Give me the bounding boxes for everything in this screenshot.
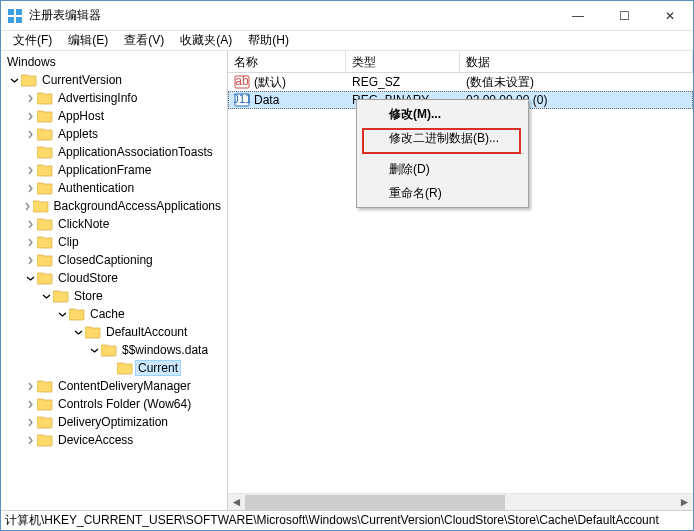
chevron-right-icon[interactable]	[103, 361, 117, 375]
tree-node-label: AppHost	[56, 109, 106, 123]
tree-node[interactable]: DeviceAccess	[1, 431, 227, 449]
cell-name: ab(默认)	[228, 74, 346, 91]
tree-node-label: ContentDeliveryManager	[56, 379, 193, 393]
folder-icon	[37, 109, 53, 123]
chevron-right-icon[interactable]	[23, 253, 37, 267]
menu-help[interactable]: 帮助(H)	[240, 30, 297, 51]
folder-icon	[117, 361, 133, 375]
scroll-left-icon[interactable]: ◄	[228, 494, 245, 511]
chevron-down-icon[interactable]	[7, 73, 21, 87]
tree-node-label: DefaultAccount	[104, 325, 189, 339]
chevron-right-icon[interactable]	[23, 127, 37, 141]
tree-node-label: ClosedCaptioning	[56, 253, 155, 267]
tree-node[interactable]: Authentication	[1, 179, 227, 197]
tree-node-label: Controls Folder (Wow64)	[56, 397, 193, 411]
scroll-right-icon[interactable]: ►	[676, 494, 693, 511]
menu-file[interactable]: 文件(F)	[5, 30, 60, 51]
list-hscrollbar[interactable]: ◄ ►	[228, 493, 693, 510]
tree-pane[interactable]: Windows CurrentVersionAdvertisingInfoApp…	[1, 51, 228, 510]
tree-root-header: Windows	[1, 53, 227, 71]
minimize-button[interactable]: —	[555, 1, 601, 30]
col-header-type[interactable]: 类型	[346, 51, 460, 72]
tree-node[interactable]: Clip	[1, 233, 227, 251]
tree-node[interactable]: $$windows.data	[1, 341, 227, 359]
tree-node[interactable]: Current	[1, 359, 227, 377]
chevron-right-icon[interactable]	[23, 199, 33, 213]
col-header-name[interactable]: 名称	[228, 51, 346, 72]
tree-node[interactable]: AdvertisingInfo	[1, 89, 227, 107]
main-area: Windows CurrentVersionAdvertisingInfoApp…	[1, 51, 693, 510]
tree-node-label: Clip	[56, 235, 81, 249]
binary-value-icon: 011	[234, 92, 250, 108]
tree-node[interactable]: CurrentVersion	[1, 71, 227, 89]
chevron-right-icon[interactable]	[23, 163, 37, 177]
ctx-delete[interactable]: 删除(D)	[359, 157, 526, 181]
tree-node[interactable]: Applets	[1, 125, 227, 143]
tree-node-label: BackgroundAccessApplications	[52, 199, 223, 213]
ctx-modify[interactable]: 修改(M)...	[359, 102, 526, 126]
tree-node-label: AdvertisingInfo	[56, 91, 139, 105]
svg-rect-3	[16, 17, 22, 23]
menu-view[interactable]: 查看(V)	[116, 30, 172, 51]
folder-icon	[37, 253, 53, 267]
tree-node-label: ApplicationAssociationToasts	[56, 145, 215, 159]
chevron-down-icon[interactable]	[87, 343, 101, 357]
svg-rect-0	[8, 9, 14, 15]
svg-rect-2	[8, 17, 14, 23]
list-rows[interactable]: ab(默认)REG_SZ(数值未设置)011DataREG_BINARY02 0…	[228, 73, 693, 493]
cell-name: 011Data	[228, 92, 346, 108]
statusbar: 计算机\HKEY_CURRENT_USER\SOFTWARE\Microsoft…	[1, 510, 693, 530]
context-menu: 修改(M)... 修改二进制数据(B)... 删除(D) 重命名(R)	[356, 99, 529, 208]
list-row[interactable]: ab(默认)REG_SZ(数值未设置)	[228, 73, 693, 91]
col-header-data[interactable]: 数据	[460, 51, 693, 72]
chevron-right-icon[interactable]	[23, 415, 37, 429]
chevron-right-icon[interactable]	[23, 235, 37, 249]
folder-icon	[37, 181, 53, 195]
chevron-down-icon[interactable]	[23, 271, 37, 285]
folder-icon	[37, 145, 53, 159]
chevron-right-icon[interactable]	[23, 433, 37, 447]
tree-node[interactable]: ApplicationAssociationToasts	[1, 143, 227, 161]
tree-node[interactable]: ApplicationFrame	[1, 161, 227, 179]
chevron-down-icon[interactable]	[39, 289, 53, 303]
svg-rect-1	[16, 9, 22, 15]
folder-icon	[37, 235, 53, 249]
scroll-thumb[interactable]	[245, 495, 505, 510]
folder-icon	[85, 325, 101, 339]
chevron-down-icon[interactable]	[55, 307, 69, 321]
folder-icon	[101, 343, 117, 357]
tree-node[interactable]: CloudStore	[1, 269, 227, 287]
tree-node-label: Store	[72, 289, 105, 303]
tree-node[interactable]: Cache	[1, 305, 227, 323]
cell-type: REG_SZ	[346, 75, 460, 89]
menu-favorites[interactable]: 收藏夹(A)	[172, 30, 240, 51]
tree-node[interactable]: ClosedCaptioning	[1, 251, 227, 269]
ctx-rename[interactable]: 重命名(R)	[359, 181, 526, 205]
chevron-right-icon[interactable]	[23, 145, 37, 159]
tree-node[interactable]: BackgroundAccessApplications	[1, 197, 227, 215]
tree-node[interactable]: ContentDeliveryManager	[1, 377, 227, 395]
chevron-right-icon[interactable]	[23, 91, 37, 105]
folder-icon	[69, 307, 85, 321]
chevron-right-icon[interactable]	[23, 379, 37, 393]
chevron-right-icon[interactable]	[23, 109, 37, 123]
tree-node[interactable]: ClickNote	[1, 215, 227, 233]
chevron-right-icon[interactable]	[23, 181, 37, 195]
folder-icon	[37, 415, 53, 429]
tree-node[interactable]: DefaultAccount	[1, 323, 227, 341]
tree-node[interactable]: Store	[1, 287, 227, 305]
close-button[interactable]: ✕	[647, 1, 693, 30]
tree-node[interactable]: AppHost	[1, 107, 227, 125]
folder-icon	[37, 433, 53, 447]
folder-icon	[37, 379, 53, 393]
tree-node[interactable]: Controls Folder (Wow64)	[1, 395, 227, 413]
maximize-button[interactable]: ☐	[601, 1, 647, 30]
tree-node-label: Authentication	[56, 181, 136, 195]
statusbar-path: 计算机\HKEY_CURRENT_USER\SOFTWARE\Microsoft…	[5, 512, 659, 529]
chevron-right-icon[interactable]	[23, 397, 37, 411]
chevron-down-icon[interactable]	[71, 325, 85, 339]
tree-node[interactable]: DeliveryOptimization	[1, 413, 227, 431]
chevron-right-icon[interactable]	[23, 217, 37, 231]
menu-edit[interactable]: 编辑(E)	[60, 30, 116, 51]
ctx-modify-binary[interactable]: 修改二进制数据(B)...	[359, 126, 526, 150]
